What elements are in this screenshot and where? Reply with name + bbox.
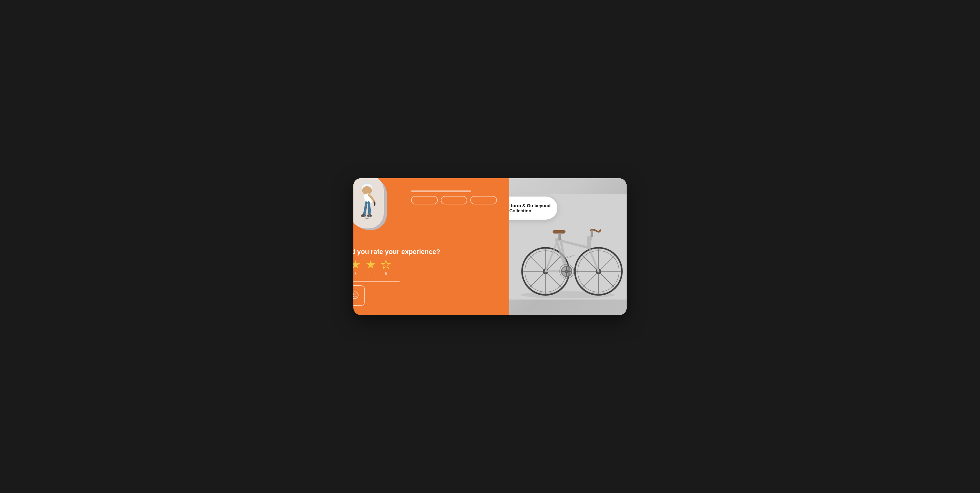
cta-card[interactable]: › Build form & Go beyond Data Collection [509, 196, 557, 220]
right-panel: MISSION › Build form & Go beyond Data Co… [509, 178, 627, 315]
star-label-5: 5 [385, 271, 387, 276]
stars-container: ★ 1 ★ 2 ★ 3 ★ 4 ★ 5 [353, 259, 497, 276]
left-panel: How would you rate your experience? ★ 1 … [353, 178, 509, 315]
svg-rect-39 [587, 236, 591, 249]
svg-rect-41 [558, 233, 561, 240]
emoji-sad[interactable]: ☹ [353, 285, 365, 306]
avatar-container [353, 178, 393, 236]
star-3[interactable]: ★ 3 [353, 259, 361, 276]
star-label-4: 4 [370, 271, 372, 276]
form-pill-2 [441, 196, 468, 204]
main-card: How would you rate your experience? ★ 1 … [353, 178, 627, 315]
star-4[interactable]: ★ 4 [366, 259, 376, 276]
form-line-1 [411, 190, 471, 192]
form-mockup-top [411, 187, 497, 241]
form-line-2 [353, 281, 399, 282]
star-5[interactable]: ★ 5 [381, 259, 391, 276]
svg-rect-40 [552, 230, 566, 233]
star-icon-3: ★ [353, 259, 361, 270]
cta-line-1: Build form & Go beyond [509, 203, 551, 208]
avatar [353, 178, 384, 228]
form-pill-3 [470, 196, 497, 204]
star-label-3: 3 [355, 271, 357, 276]
cta-line-2: Data Collection [509, 208, 551, 213]
form-pills-row [411, 196, 497, 204]
cta-text-block: Build form & Go beyond Data Collection [509, 203, 551, 213]
sad-icon: ☹ [353, 290, 359, 300]
svg-point-4 [362, 186, 372, 195]
svg-rect-42 [591, 230, 593, 237]
emoji-row: ☺ ☹ [353, 285, 497, 306]
form-bottom: ☺ ☹ [353, 281, 497, 306]
star-icon-4: ★ [366, 259, 376, 270]
star-icon-5: ★ [381, 259, 391, 270]
question-text: How would you rate your experience? [353, 247, 497, 256]
form-pill-1 [411, 196, 438, 204]
